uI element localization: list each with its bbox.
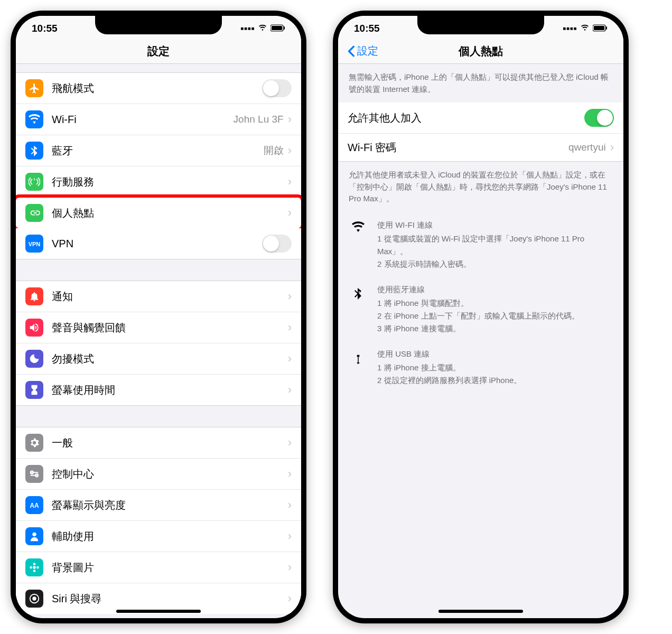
row-hotspot[interactable]: 個人熱點›	[16, 194, 301, 231]
row-display[interactable]: AA螢幕顯示與亮度›	[16, 490, 301, 521]
row-wallpaper[interactable]: 背景圖片›	[16, 552, 301, 583]
svg-rect-1	[272, 26, 282, 30]
row-label: 螢幕使用時間	[52, 383, 288, 397]
wifi-password-label: Wi-Fi 密碼	[348, 141, 568, 155]
row-sounds[interactable]: 聲音與觸覺回饋›	[16, 312, 301, 343]
row-control[interactable]: 控制中心›	[16, 459, 301, 490]
row-label: 通知	[52, 290, 288, 304]
row-label: 行動服務	[52, 175, 288, 189]
wifi-status-icon	[258, 23, 267, 34]
page-title: 設定	[147, 44, 170, 59]
signal-icon: ▪▪▪▪	[563, 23, 577, 34]
toggle-vpn[interactable]	[262, 235, 292, 253]
note-text: 允許其他使用者或未登入 iCloud 的裝置在您位於「個人熱點」設定，或在「控制…	[338, 161, 623, 212]
svg-point-9	[30, 566, 32, 569]
row-general[interactable]: 一般›	[16, 427, 301, 459]
row-airplane[interactable]: 飛航模式	[16, 73, 301, 104]
row-label: 聲音與觸覺回饋	[52, 321, 288, 335]
chevron-right-icon: ›	[610, 141, 614, 154]
row-value: 開啟	[264, 144, 284, 157]
wifi-icon	[349, 219, 368, 271]
allow-others-row[interactable]: 允許其他人加入	[338, 102, 623, 134]
row-label: 藍牙	[52, 144, 264, 158]
switches-icon	[25, 465, 43, 483]
chevron-right-icon: ›	[288, 113, 292, 126]
navbar: 設定	[16, 39, 301, 64]
svg-point-8	[33, 570, 36, 572]
wifi-password-row[interactable]: Wi-Fi 密碼 qwertyui ›	[338, 134, 623, 161]
battery-icon	[270, 23, 285, 34]
vpn-icon: VPN	[25, 235, 43, 253]
row-value: John Lu 3F	[234, 114, 284, 125]
status-time: 10:55	[354, 23, 380, 34]
signal-icon: ▪▪▪▪	[240, 23, 255, 34]
row-accessibility[interactable]: 輔助使用›	[16, 521, 301, 552]
svg-rect-18	[357, 362, 360, 363]
intro-text: 無需輸入密碼，iPhone 上的「個人熱點」可以提供其他已登入您 iCloud …	[338, 64, 623, 102]
svg-rect-17	[358, 357, 359, 362]
svg-text:VPN: VPN	[29, 241, 40, 247]
svg-rect-14	[594, 26, 604, 30]
wifi-status-icon	[580, 23, 590, 34]
chevron-right-icon: ›	[288, 561, 292, 574]
chevron-right-icon: ›	[288, 592, 292, 605]
chevron-right-icon: ›	[288, 206, 292, 220]
help-text: 使用 USB 連線1 將 iPhone 接上電腦。2 從設定裡的網路服務列表選擇…	[377, 348, 521, 387]
bell-icon	[25, 287, 43, 305]
svg-rect-15	[606, 26, 607, 30]
help-wifi: 使用 WI-FI 連線1 從電腦或裝置的 Wi-Fi 設定中選擇「Joey's …	[338, 212, 623, 277]
siri-icon	[25, 590, 43, 608]
row-vpn[interactable]: VPNVPN	[16, 228, 301, 259]
svg-point-6	[33, 566, 36, 569]
row-label: VPN	[52, 238, 262, 250]
allow-others-toggle[interactable]	[584, 109, 614, 127]
chevron-right-icon: ›	[288, 144, 292, 157]
home-indicator[interactable]	[438, 610, 523, 613]
chevron-right-icon: ›	[288, 436, 292, 450]
chevron-right-icon: ›	[288, 467, 292, 481]
svg-text:AA: AA	[30, 502, 39, 509]
usb-icon	[349, 348, 368, 387]
allow-others-label: 允許其他人加入	[348, 111, 584, 125]
row-screentime[interactable]: 螢幕使用時間›	[16, 375, 301, 405]
svg-rect-16	[357, 355, 360, 357]
aa-icon: AA	[25, 496, 43, 514]
hourglass-icon	[25, 381, 43, 399]
airplane-icon	[25, 79, 43, 97]
status-time: 10:55	[32, 23, 58, 34]
bluetooth-icon	[349, 283, 368, 335]
speaker-icon	[25, 319, 43, 337]
home-indicator[interactable]	[116, 610, 201, 613]
help-usb: 使用 USB 連線1 將 iPhone 接上電腦。2 從設定裡的網路服務列表選擇…	[338, 341, 623, 393]
help-bluetooth: 使用藍牙連線1 將 iPhone 與電腦配對。2 在 iPhone 上點一下「配…	[338, 277, 623, 341]
row-bluetooth[interactable]: 藍牙開啟›	[16, 135, 301, 166]
wifi-password-value: qwertyui	[568, 142, 606, 153]
row-wifi[interactable]: Wi-FiJohn Lu 3F›	[16, 104, 301, 135]
row-label: 螢幕顯示與亮度	[52, 498, 288, 512]
svg-point-12	[32, 596, 36, 600]
svg-point-10	[36, 566, 39, 569]
row-label: 控制中心	[52, 467, 288, 481]
row-label: Siri 與搜尋	[52, 592, 288, 606]
row-label: 勿擾模式	[52, 352, 288, 366]
row-notifications[interactable]: 通知›	[16, 281, 301, 312]
row-label: 輔助使用	[52, 529, 288, 544]
toggle-airplane[interactable]	[262, 79, 292, 97]
person-icon	[25, 527, 43, 545]
chevron-right-icon: ›	[288, 498, 292, 512]
phone-left: 10:55↗ ▪▪▪▪ 設定 飛航模式Wi-FiJohn Lu 3F›藍牙開啟›…	[11, 11, 306, 623]
help-text: 使用 WI-FI 連線1 從電腦或裝置的 Wi-Fi 設定中選擇「Joey's …	[377, 219, 613, 271]
moon-icon	[25, 350, 43, 368]
notch	[417, 16, 544, 34]
back-button[interactable]: 設定	[348, 44, 378, 58]
row-dnd[interactable]: 勿擾模式›	[16, 343, 301, 375]
svg-rect-2	[284, 26, 285, 30]
notch	[95, 16, 222, 34]
chevron-right-icon: ›	[288, 383, 292, 397]
row-label: 飛航模式	[52, 81, 262, 96]
row-cellular[interactable]: 行動服務›	[16, 166, 301, 198]
row-label: Wi-Fi	[52, 114, 234, 126]
navbar: 設定 個人熱點	[338, 39, 623, 64]
row-label: 一般	[52, 436, 288, 450]
row-label: 個人熱點	[52, 206, 288, 220]
